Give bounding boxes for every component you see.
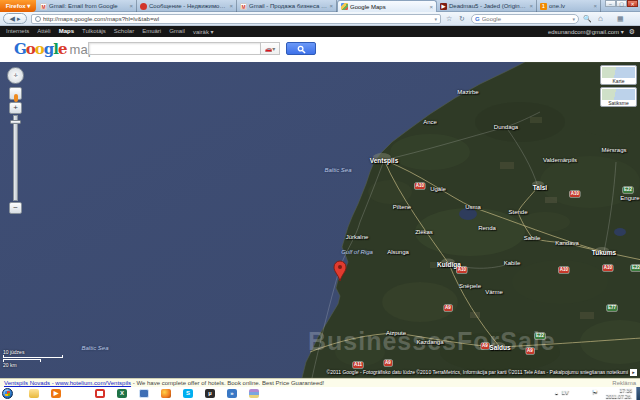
town-label: Stende [508, 209, 527, 215]
excel-taskbar-icon[interactable]: X [114, 388, 130, 399]
town-label: Zlēkas [415, 229, 433, 235]
gear-icon[interactable]: ⚙ [629, 28, 635, 36]
photo-viewer-taskbar-icon[interactable] [136, 388, 152, 399]
site-identity-icon[interactable] [35, 16, 41, 22]
zoom-slider-track[interactable] [13, 115, 18, 201]
map-type-label: Satiksme [602, 100, 635, 106]
google-bar-link-internets[interactable]: Internets [6, 28, 29, 35]
close-button[interactable]: ✕ [627, 0, 638, 7]
maximize-button[interactable]: ▢ [616, 0, 627, 7]
bookmarks-panel-icon[interactable]: ▦ [617, 14, 624, 24]
map-type-button-satiksme[interactable]: Satiksme [600, 87, 637, 107]
winrar-taskbar-icon[interactable] [246, 388, 262, 399]
utorrent-taskbar-icon[interactable]: µ [202, 388, 218, 399]
google-bar-link-attli[interactable]: Attēli [37, 28, 50, 35]
opera-icon [95, 389, 105, 398]
photo-viewer-icon [139, 389, 149, 398]
map-pin-icon[interactable] [333, 260, 347, 282]
window-controls: ‒ ▢ ✕ [605, 0, 638, 7]
start-button[interactable] [2, 388, 13, 399]
hidden-icons-chevron[interactable]: ▴ [555, 389, 558, 395]
tab-close-icon[interactable]: × [229, 3, 233, 9]
browser-tab-5[interactable]: 1one.lv× [537, 0, 601, 12]
tab-close-icon[interactable]: × [129, 3, 133, 9]
volume-icon[interactable] [573, 389, 577, 395]
web-search-input[interactable] [482, 16, 573, 22]
windows-explorer-taskbar-icon[interactable] [26, 388, 42, 399]
browser-tab-2[interactable]: MGmail - Продажа бизнеса - edso...× [237, 0, 337, 12]
total-commander-taskbar-icon[interactable]: » [224, 388, 240, 399]
search-bar[interactable]: G ▾ [471, 14, 579, 24]
tab-strip: MGmail: Email from Google×Сообщение - Не… [37, 0, 601, 12]
town-label: Saldus [489, 344, 510, 351]
map-canvas[interactable]: BusinessesForSale MazirbeDundagaAnceVent… [0, 62, 640, 378]
back-forward-buttons[interactable]: ◀ ▸ [3, 13, 27, 24]
tab-label: one.lv [549, 3, 591, 9]
browser-tab-0[interactable]: MGmail: Email from Google× [37, 0, 137, 12]
town-label: Kabile [504, 260, 521, 266]
map-type-label: Karte [602, 78, 635, 84]
scale-km-label: 20 km [3, 362, 63, 368]
url-dropdown-icon[interactable]: ▾ [434, 16, 437, 22]
ad-link[interactable]: Ventspils Novads - www.hotelium.com/Vent… [4, 380, 131, 386]
magnifier-icon[interactable]: 🔍 [583, 14, 592, 24]
home-icon[interactable]: ⌂ [598, 14, 603, 24]
taskbar-clock[interactable]: 17:36 2011.07.26. [606, 388, 632, 399]
language-indicator[interactable]: LV [562, 389, 569, 395]
browser-tab-3[interactable]: Google Maps× [337, 0, 437, 12]
road-shield-a9: A9 [481, 343, 489, 349]
firefox-menu-button[interactable]: Firefox ▾ [0, 0, 36, 12]
tab-label: Gmail: Email from Google [49, 3, 127, 9]
tab-close-icon[interactable]: × [529, 3, 533, 9]
url-input[interactable] [43, 16, 434, 22]
winrar-icon [249, 389, 259, 398]
google-bar-link-maps[interactable]: Maps [59, 28, 74, 35]
show-desktop-button[interactable] [636, 387, 640, 400]
browser-tab-1[interactable]: Сообщение - Недвижимость и Ц...× [137, 0, 237, 12]
zoom-slider-handle[interactable] [10, 120, 21, 124]
report-problem-icon[interactable]: ▸ [630, 369, 637, 376]
media-player-taskbar-icon[interactable]: ▶ [48, 388, 64, 399]
gmail-favicon-icon: M [40, 3, 47, 10]
search-options-dropdown[interactable]: 🚗▾ [261, 42, 280, 55]
road-shield-a10: A10 [570, 191, 580, 197]
google-bar-link-scholar[interactable]: Scholar [114, 28, 134, 35]
tab-label: Gmail - Продажа бизнеса - edso... [249, 3, 327, 9]
account-email[interactable]: edsunandcom@gmail.com ▾ [548, 28, 624, 35]
maps-search-button[interactable] [286, 42, 316, 55]
tab-close-icon[interactable]: × [429, 4, 433, 10]
action-center-flag-icon[interactable]: ⚑ [592, 388, 598, 396]
town-label: Talsi [533, 184, 547, 191]
tab-close-icon[interactable]: × [593, 3, 597, 9]
gmail-favicon-icon: M [240, 3, 247, 10]
road-shield-a9: A9 [444, 305, 452, 311]
skype-taskbar-icon[interactable]: S [180, 388, 196, 399]
google-services-links: InternetsAttēliMapsTulkotājsScholarEmuār… [0, 28, 214, 35]
map-type-button-karte[interactable]: Karte [600, 65, 637, 85]
google-bar-link-emuri[interactable]: Emuāri [142, 28, 161, 35]
town-label: Valdemārpils [543, 157, 577, 163]
bookmark-star-icon[interactable]: ☆ [446, 14, 452, 24]
town-label: Mazirbe [457, 89, 478, 95]
pan-control[interactable]: ✛ [7, 67, 24, 84]
google-bar-link-gmail[interactable]: Gmail [169, 28, 185, 35]
network-icon[interactable] [581, 389, 588, 395]
firefox-taskbar-icon[interactable] [158, 388, 174, 399]
tab-close-icon[interactable]: × [329, 3, 333, 9]
google-search-icon[interactable]: G [475, 16, 480, 22]
tab-label: Deadmau5 - Jaded (Original mix) -... [449, 3, 527, 9]
maps-search-input[interactable] [88, 42, 261, 55]
opera-taskbar-icon[interactable] [92, 388, 108, 399]
minimize-button[interactable]: ‒ [605, 0, 616, 7]
internet-explorer-taskbar-icon[interactable]: e [70, 388, 86, 399]
reload-icon[interactable]: ↻ [459, 14, 465, 24]
zoom-in-button[interactable]: + [9, 102, 22, 114]
google-bar-link-vairk[interactable]: vairāk ▾ [193, 28, 214, 35]
browser-tab-4[interactable]: ▶Deadmau5 - Jaded (Original mix) -...× [437, 0, 537, 12]
zoom-out-button[interactable]: − [9, 202, 22, 214]
url-bar[interactable]: ▾ [31, 14, 441, 24]
pegman-streetview-icon[interactable] [9, 87, 22, 100]
google-bar-link-tulkotjs[interactable]: Tulkotājs [82, 28, 106, 35]
search-engine-dropdown-icon[interactable]: ▾ [572, 16, 575, 22]
mailru-favicon-icon [140, 3, 147, 10]
